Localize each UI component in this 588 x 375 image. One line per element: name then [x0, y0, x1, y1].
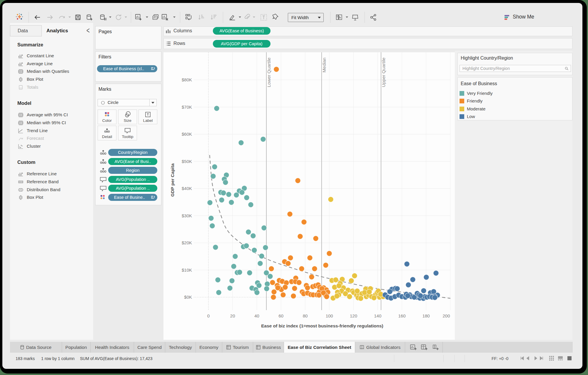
svg-text:$50K: $50K: [182, 159, 192, 164]
svg-text:40: 40: [254, 313, 259, 318]
svg-text:$10K: $10K: [182, 268, 192, 273]
svg-text:$30K: $30K: [182, 213, 192, 218]
svg-text:Ease of biz index (1=most busi: Ease of biz index (1=most business-frien…: [261, 323, 383, 328]
svg-text:140: 140: [374, 313, 381, 318]
svg-text:160: 160: [398, 313, 405, 318]
svg-text:$0K: $0K: [184, 295, 192, 300]
svg-text:$40K: $40K: [182, 186, 192, 191]
svg-text:100: 100: [326, 313, 333, 318]
svg-text:Lower Quartile: Lower Quartile: [266, 58, 271, 87]
svg-text:GDP per Capita: GDP per Capita: [170, 163, 175, 197]
svg-text:180: 180: [422, 313, 430, 318]
svg-text:120: 120: [350, 313, 357, 318]
svg-text:80: 80: [303, 313, 308, 318]
svg-text:Median: Median: [322, 58, 327, 73]
svg-text:60: 60: [278, 313, 283, 318]
svg-text:0: 0: [207, 313, 210, 318]
svg-text:$70K: $70K: [182, 105, 192, 110]
svg-text:Upper Quartile: Upper Quartile: [381, 58, 386, 87]
svg-text:20: 20: [230, 313, 235, 318]
svg-text:$60K: $60K: [182, 132, 192, 137]
svg-text:$20K: $20K: [182, 240, 192, 245]
svg-text:$80K: $80K: [182, 77, 192, 82]
svg-text:200: 200: [442, 313, 450, 318]
